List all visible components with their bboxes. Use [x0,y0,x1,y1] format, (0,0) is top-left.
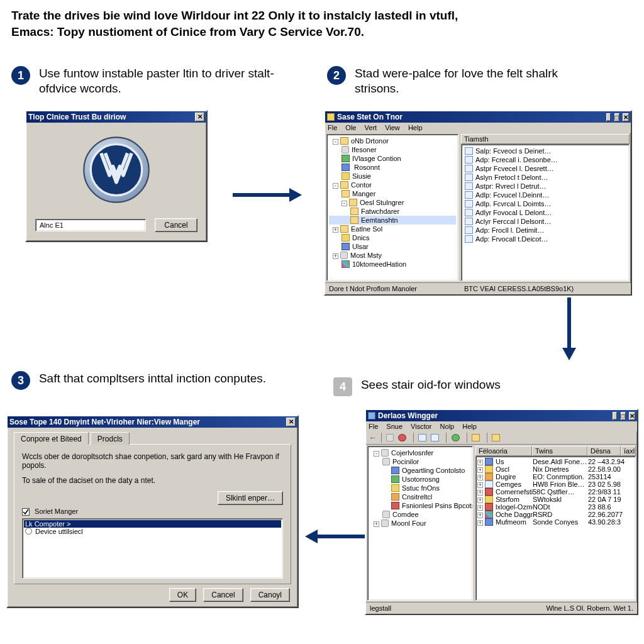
option-list[interactable]: Lk Compoter > Device uttilsiecl [22,518,283,579]
tree-pane[interactable]: -oNb DrtonorIfesonerIVlasge Contion Roso… [326,134,458,281]
expander-icon[interactable]: + [477,513,483,518]
tree-item[interactable]: IVlasge Contion [329,154,456,163]
list-item[interactable]: Adp: Frocll l. Detimit… [464,226,627,235]
maximize-icon[interactable]: □ [614,113,619,121]
toolbar-icon[interactable] [492,434,500,441]
tree-item[interactable]: -Cojerlvlosnfer [370,448,470,457]
cancel-button[interactable]: Cancel [155,218,197,232]
tree-item[interactable]: 10ktomeedHation [329,260,456,269]
tree-item[interactable]: Dnics [329,233,456,242]
maximize-icon[interactable]: □ [621,412,626,420]
expander-icon[interactable]: - [333,183,338,189]
column-header[interactable]: Tiamsth [461,134,630,144]
menu-item[interactable]: Vert [365,124,377,131]
expander-icon[interactable]: + [477,475,483,480]
tab-products[interactable]: Prodcls [91,432,130,445]
checkbox[interactable] [22,508,30,516]
list-item[interactable]: Astpr: Rvrecl l Detrut… [464,182,627,191]
window-device-manager-titlebar[interactable]: Derlaos Wingger _ □ ✕ [366,410,637,421]
cancel-button[interactable]: Cancel [203,588,243,602]
toolbar-icon[interactable] [386,434,394,441]
menu-item[interactable]: Help [462,423,477,430]
close-icon[interactable]: ✕ [629,412,635,420]
tree-item[interactable]: Comdee [370,510,470,519]
column-header[interactable]: Dësna [587,446,621,456]
tab-general[interactable]: Conpore et Biteed [14,432,89,445]
table-row[interactable]: +OsclNix Dnetres22.58.9.00 [477,465,634,473]
toolbar-icon[interactable] [431,434,439,441]
expander-icon[interactable]: + [477,467,483,473]
expander-icon[interactable]: - [333,139,338,145]
tree-item[interactable]: +Moonl Four [370,519,470,528]
tree-item[interactable]: Manger [329,189,456,198]
close-icon[interactable]: ✕ [623,113,629,121]
radio-icon[interactable] [25,528,32,535]
tree-item[interactable]: -oNb Drtonor [329,136,456,145]
expander-icon[interactable]: + [333,253,338,259]
list-item[interactable]: Device uttilsiecl [24,528,281,535]
close-icon[interactable]: ✕ [286,418,296,426]
dialog-installer-titlebar[interactable]: Tlop Clnice Trust Bu diriow ✕ [26,111,206,123]
column-header[interactable]: ïaxl [621,446,636,456]
expander-icon[interactable]: + [477,520,483,526]
menu-item[interactable]: Visctor [411,423,431,430]
menu-item[interactable]: Fle [328,124,337,131]
menu-item[interactable]: Ole [345,124,356,131]
table-row[interactable]: +Oche DaggnRSRD22.96.2077 [477,511,634,518]
apply-button[interactable]: Canoyl [250,588,290,602]
tree-item[interactable]: Siusie [329,172,456,180]
column-header[interactable]: Fëloaoria [475,446,532,456]
list-item[interactable]: Adlp: Fcvucel l.Deinnt… [464,191,627,199]
menu-item[interactable]: Fle [369,423,378,430]
table-row[interactable]: +UsDese.Aldl Fone…22 –43.2.94 [477,458,634,465]
list-item[interactable]: Adp: Fcrecall i. Desonbe… [464,155,627,164]
list-item[interactable]: Aslyn Fretocl t Delont… [464,173,627,182]
expander-icon[interactable]: + [477,497,483,503]
tree-item[interactable]: -Oesl Stulngrer [329,198,456,207]
tree-item[interactable]: Pocinilor [370,457,470,466]
tree-item[interactable]: +Most Msty [329,251,456,260]
window-explorer-a-titlebar[interactable]: Sase Stet On Tnor _ □ ✕ [325,111,631,123]
table-row[interactable]: +Comernefstil Mem58C Qstfler…22:9/83 11 [477,488,634,496]
menu-item[interactable]: View [385,124,400,131]
tree-pane[interactable]: -CojerlvlosnferPocinilorOgeartling Conto… [367,446,473,601]
tree-item[interactable]: Eemtanshtn [329,216,456,225]
expander-icon[interactable]: + [477,490,483,496]
delete-icon[interactable] [398,434,406,441]
expander-icon[interactable]: + [333,227,338,233]
tree-item[interactable]: Sstuc fnOns [370,484,470,492]
toolbar-icon[interactable] [472,434,480,441]
list-item[interactable]: Adlp. Fcvrcal L Doimts… [464,199,627,208]
list-item[interactable]: Lk Compoter > [24,520,281,528]
table-row[interactable]: +MufmeomSonde Conyes43.90.28:3 [477,518,634,526]
tree-item[interactable]: Fsnionlesl Psins Bpcotstl [370,501,470,510]
table-row[interactable]: +DugireEO: Conrmption.253114 [477,473,634,480]
tree-item[interactable]: Ulsar [329,242,456,251]
tree-item[interactable]: Ogeartling Contolsto [370,466,470,475]
grid-pane[interactable]: +UsDese.Aldl Fone…22 –43.2.94+OsclNix Dn… [475,456,636,601]
expander-icon[interactable]: + [477,505,483,511]
column-header[interactable]: Twins [532,446,587,456]
tree-item[interactable]: Rosonnt [329,163,456,172]
menu-item[interactable]: Nolp [440,423,455,430]
table-row[interactable]: +StsrfomSWtokskl22 0A 7 19 [477,496,634,503]
minimize-icon[interactable]: _ [613,412,618,420]
dialog-properties-titlebar[interactable]: Sose Tope 140 Dmyint Net-Vlrioher Nier:V… [8,416,297,428]
tree-item[interactable]: Cnsitreltcl [370,492,470,501]
expander-icon[interactable]: - [341,201,347,206]
back-icon[interactable]: ← [369,433,377,442]
list-item[interactable]: Astpr Fcvecel l. Desrett… [464,164,627,173]
toolbar-icon[interactable] [418,434,426,441]
tree-item[interactable]: Usotorrosng [370,475,470,484]
tree-item[interactable]: Ifesoner [329,145,456,154]
list-item[interactable]: Aclyr Ferccal l Delsont… [464,217,627,226]
ok-button[interactable]: OK [169,588,196,602]
tree-item[interactable]: -Contor [329,180,456,189]
tree-item[interactable]: Fatwchdarer [329,207,456,216]
list-item[interactable]: Salp: Fcveocl s Deinet… [464,147,627,155]
table-row[interactable]: +CemgesHW8 Frion Ble…23 02 5.98 [477,480,634,488]
menu-item[interactable]: Help [408,124,423,131]
expander-icon[interactable]: - [374,451,379,457]
install-path-input[interactable]: Alnc E1 [35,219,146,231]
expander-icon[interactable]: + [374,521,379,527]
